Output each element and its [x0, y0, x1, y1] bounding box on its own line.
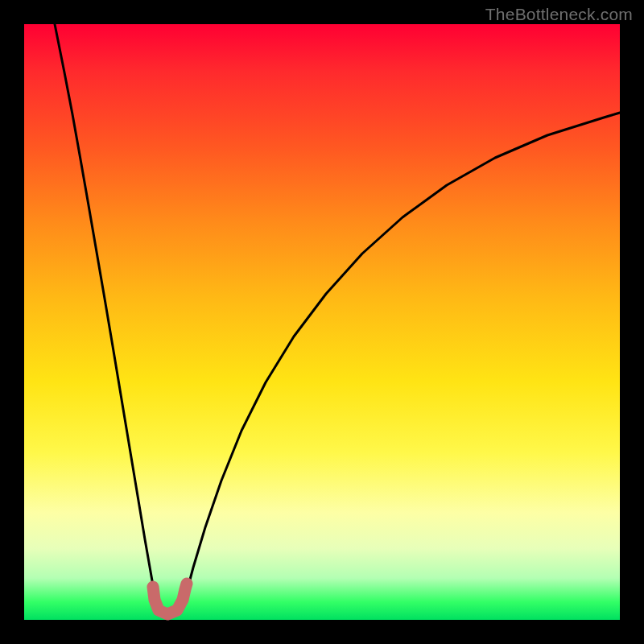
chart-frame: TheBottleneck.com: [0, 0, 644, 644]
valley-marker: [153, 584, 187, 614]
plot-area: [24, 24, 620, 620]
watermark-text: TheBottleneck.com: [485, 5, 633, 24]
bottleneck-curve-right: [184, 113, 620, 604]
curve-layer: [24, 24, 620, 620]
bottleneck-curve-left: [55, 24, 158, 604]
